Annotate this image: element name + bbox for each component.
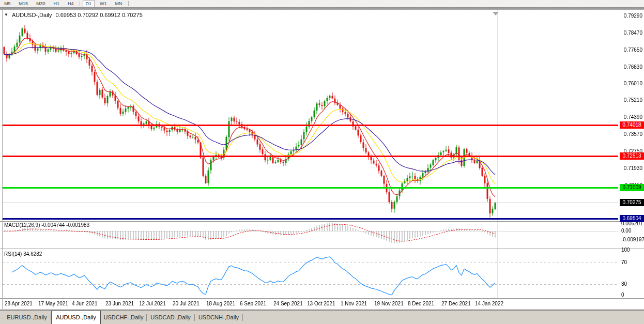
tab-separator bbox=[242, 314, 243, 321]
chart-canvas[interactable] bbox=[0, 0, 644, 324]
date-axis-label: 28 Apr 2021 bbox=[5, 301, 33, 306]
rsi-scale-label: 70 bbox=[621, 259, 627, 266]
price-axis-tick: 0.75210 bbox=[619, 97, 642, 104]
price-level-badge-support-green: 0.71009 bbox=[620, 184, 644, 191]
date-axis-label: 13 Oct 2021 bbox=[307, 301, 335, 306]
date-axis-label: 18 Aug 2021 bbox=[206, 301, 235, 306]
date-axis-label: 14 Jan 2022 bbox=[475, 301, 503, 306]
price-level-badge-support-blue: 0.69504 bbox=[620, 215, 644, 222]
price-axis-tick: 0.74390 bbox=[619, 114, 642, 121]
date-axis-label: 6 Sep 2021 bbox=[240, 301, 266, 306]
chart-title: ▼ AUDUSD-,Daily 0.69953 0.70292 0.69912 … bbox=[4, 12, 143, 18]
current-price-badge: 0.70275 bbox=[620, 199, 644, 206]
rsi-scale-label: 30 bbox=[621, 281, 627, 288]
price-level-badge-resistance-2: 0.72513 bbox=[620, 152, 644, 160]
chart-tab-bar: EURUSD-,DailyAUDUSD-,DailyUSDCHF-,DailyU… bbox=[0, 310, 644, 324]
macd-scale-label: 0.00 bbox=[621, 227, 631, 235]
price-level-badge-resistance-1: 0.74018 bbox=[620, 121, 644, 129]
chart-dropdown-caret-icon[interactable]: ▼ bbox=[4, 12, 8, 18]
date-axis-label: 12 Jul 2021 bbox=[139, 301, 166, 306]
tab-usdcad-daily[interactable]: USDCAD-,Daily bbox=[147, 311, 194, 324]
tab-audusd-daily[interactable]: AUDUSD-,Daily bbox=[51, 310, 101, 324]
price-axis-tick: 0.76830 bbox=[619, 64, 642, 71]
price-axis-tick: 0.77650 bbox=[619, 47, 642, 54]
rsi-scale-label: 100 bbox=[621, 246, 630, 254]
chart-shift-marker-icon bbox=[493, 12, 499, 16]
rsi-label: RSI(14) 34.6282 bbox=[4, 251, 42, 257]
tab-usdchf-daily[interactable]: USDCHF-,Daily bbox=[101, 311, 146, 324]
date-axis-label: 17 May 2021 bbox=[38, 301, 68, 306]
price-axis-tick: 0.73570 bbox=[619, 131, 642, 138]
mt4-window: M5M15M30H1H4D1W1MN ▼ AUDUSD-,Daily 0.699… bbox=[0, 0, 644, 324]
date-axis-label: 24 Sep 2021 bbox=[273, 301, 303, 306]
date-axis-label: 23 Jun 2021 bbox=[105, 301, 134, 306]
rsi-scale-label: 0 bbox=[621, 291, 624, 299]
date-axis-label: 8 Dec 2021 bbox=[408, 301, 434, 306]
chart-ohlc-values: 0.69953 0.70292 0.69912 0.70275 bbox=[56, 12, 143, 18]
tab-eurusd-daily[interactable]: EURUSD-,Daily bbox=[3, 311, 51, 324]
price-axis-tick: 0.78470 bbox=[619, 29, 642, 37]
date-axis-label: 1 Nov 2021 bbox=[341, 301, 367, 306]
date-axis-label: 30 Jul 2021 bbox=[173, 301, 200, 306]
price-axis-tick: 0.71930 bbox=[619, 165, 642, 172]
tab-usdcnh-daily[interactable]: USDCNH-,Daily bbox=[195, 311, 242, 324]
date-axis-label: 4 Jun 2021 bbox=[72, 301, 98, 306]
price-axis-tick: 0.76010 bbox=[619, 80, 642, 87]
macd-scale-label: -0.009197 bbox=[621, 236, 644, 243]
chart-symbol-label: AUDUSD-,Daily bbox=[12, 12, 52, 18]
macd-label: MACD(12,26,9) -0.004744 -0.001983 bbox=[4, 222, 89, 228]
date-axis-label: 19 Nov 2021 bbox=[374, 301, 404, 306]
price-axis-tick: 0.79290 bbox=[619, 12, 642, 20]
date-axis-label: 27 Dec 2021 bbox=[441, 301, 471, 306]
